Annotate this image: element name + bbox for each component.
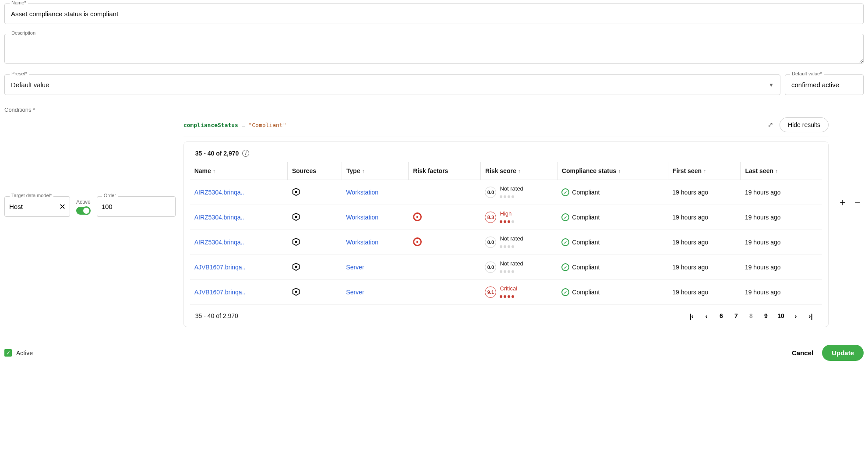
- svg-point-3: [295, 216, 297, 218]
- asset-link[interactable]: AIRZ5304.brinqa..: [194, 214, 244, 221]
- sort-asc-icon: ↑: [703, 168, 706, 174]
- type-link[interactable]: Workstation: [346, 239, 378, 246]
- svg-point-9: [295, 290, 297, 293]
- asset-link[interactable]: AIRZ5304.brinqa..: [194, 189, 244, 196]
- compliance-status-text: Compliant: [572, 239, 600, 246]
- info-icon[interactable]: i: [242, 150, 249, 157]
- first-seen-cell: 19 hours ago: [668, 180, 741, 205]
- source-hex-icon: [292, 287, 300, 296]
- risk-rating: Not rated: [500, 235, 523, 249]
- compliant-check-icon: ✓: [561, 188, 569, 196]
- col-compliance-status[interactable]: Compliance status↑: [557, 162, 668, 180]
- sort-asc-icon: ↑: [213, 168, 215, 174]
- risk-score-pill: 9.1: [485, 286, 496, 298]
- sort-asc-icon: ↑: [362, 168, 364, 174]
- compliance-status-text: Compliant: [572, 189, 600, 196]
- check-icon: ✓: [82, 206, 91, 215]
- col-risk-factors[interactable]: Risk factors: [409, 162, 481, 180]
- active-toggle-wrap: Active ✓: [76, 199, 91, 215]
- default-value-input[interactable]: [785, 74, 864, 95]
- asset-link[interactable]: AJVB1607.brinqa..: [194, 264, 246, 271]
- page-7-button[interactable]: 7: [730, 309, 742, 322]
- preset-select[interactable]: Default value ▼: [4, 74, 780, 95]
- sort-asc-icon: ↑: [618, 168, 621, 174]
- compliance-status-text: Compliant: [572, 264, 600, 271]
- target-model-field: Target data model* ✕: [4, 196, 70, 217]
- asset-link[interactable]: AIRZ5304.brinqa..: [194, 239, 244, 246]
- risk-score-pill: 8.3: [485, 212, 496, 223]
- compliant-check-icon: ✓: [561, 238, 569, 246]
- page-10-button[interactable]: 10: [775, 309, 787, 322]
- preset-value: Default value: [11, 81, 49, 88]
- svg-point-1: [295, 191, 297, 193]
- order-label: Order: [102, 193, 118, 198]
- col-first-seen[interactable]: First seen↑: [668, 162, 741, 180]
- order-field: Order: [97, 196, 176, 217]
- first-seen-cell: 19 hours ago: [668, 230, 741, 255]
- remove-condition-button[interactable]: −: [851, 196, 864, 209]
- description-input[interactable]: [4, 34, 864, 64]
- compliant-check-icon: ✓: [561, 263, 569, 271]
- col-type[interactable]: Type↑: [342, 162, 408, 180]
- default-value-field: Default value*: [785, 74, 864, 95]
- col-last-seen[interactable]: Last seen↑: [741, 162, 813, 180]
- asset-link[interactable]: AJVB1607.brinqa..: [194, 289, 246, 296]
- source-hex-icon: [292, 262, 300, 271]
- page-9-button[interactable]: 9: [760, 309, 772, 322]
- risk-factor-target-icon: [413, 237, 422, 246]
- risk-rating: Critical: [500, 285, 517, 299]
- description-field: Description: [4, 34, 864, 65]
- table-row: AIRZ5304.brinqa..Workstation0.0Not rated…: [190, 180, 822, 205]
- risk-rating: High: [500, 210, 515, 224]
- target-model-label: Target data model*: [10, 193, 53, 198]
- last-seen-cell: 19 hours ago: [741, 180, 813, 205]
- default-value-label: Default value*: [790, 71, 824, 76]
- active-checkbox[interactable]: ✓: [4, 349, 12, 357]
- page-last-button[interactable]: ›|: [804, 309, 817, 322]
- risk-score-pill: 0.0: [485, 237, 496, 248]
- type-link[interactable]: Server: [346, 264, 364, 271]
- name-input[interactable]: [4, 4, 864, 24]
- sort-asc-icon: ↑: [775, 168, 778, 174]
- add-condition-button[interactable]: ＋: [836, 196, 849, 209]
- page-8-button: 8: [745, 309, 757, 322]
- results-card: 35 - 40 of 2,970 i Name↑ Sources Type↑ R…: [183, 141, 829, 327]
- col-sources[interactable]: Sources: [287, 162, 342, 180]
- compliance-status-text: Compliant: [572, 289, 600, 296]
- clear-target-button[interactable]: ✕: [59, 202, 66, 212]
- source-hex-icon: [292, 212, 300, 221]
- condition-expression: complianceStatus = "Compliant": [183, 122, 286, 128]
- page-prev-button[interactable]: ‹: [700, 309, 713, 322]
- preset-field: Preset* Default value ▼: [4, 74, 780, 95]
- risk-factor-target-icon: [413, 212, 422, 221]
- compliance-status-text: Compliant: [572, 214, 600, 221]
- first-seen-cell: 19 hours ago: [668, 205, 741, 230]
- update-button[interactable]: Update: [822, 345, 864, 361]
- table-row: AJVB1607.brinqa..Server0.0Not rated✓Comp…: [190, 255, 822, 280]
- active-toggle[interactable]: ✓: [76, 207, 90, 215]
- type-link[interactable]: Workstation: [346, 189, 378, 196]
- order-input[interactable]: [97, 196, 176, 217]
- cancel-button[interactable]: Cancel: [787, 345, 819, 361]
- first-seen-cell: 19 hours ago: [668, 255, 741, 280]
- type-link[interactable]: Workstation: [346, 214, 378, 221]
- col-risk-score[interactable]: Risk score↑: [480, 162, 557, 180]
- chevron-down-icon: ▼: [769, 82, 774, 88]
- col-name[interactable]: Name↑: [190, 162, 288, 180]
- table-row: AIRZ5304.brinqa..Workstation8.3High✓Comp…: [190, 205, 822, 230]
- type-link[interactable]: Server: [346, 289, 364, 296]
- results-table: Name↑ Sources Type↑ Risk factors Risk sc…: [190, 162, 822, 305]
- hide-results-button[interactable]: Hide results: [780, 117, 829, 132]
- svg-point-7: [295, 265, 297, 268]
- active-checkbox-label: Active: [16, 350, 33, 357]
- risk-rating: Not rated: [500, 185, 523, 199]
- page-6-button[interactable]: 6: [715, 309, 727, 322]
- compliant-check-icon: ✓: [561, 213, 569, 221]
- risk-rating: Not rated: [500, 260, 523, 274]
- expand-icon[interactable]: ⤢: [766, 119, 775, 131]
- page-next-button[interactable]: ›: [790, 309, 802, 322]
- conditions-section-label: Conditions *: [4, 106, 864, 113]
- page-first-button[interactable]: |‹: [685, 309, 698, 322]
- results-range-bottom: 35 - 40 of 2,970: [195, 312, 238, 319]
- source-hex-icon: [292, 237, 300, 246]
